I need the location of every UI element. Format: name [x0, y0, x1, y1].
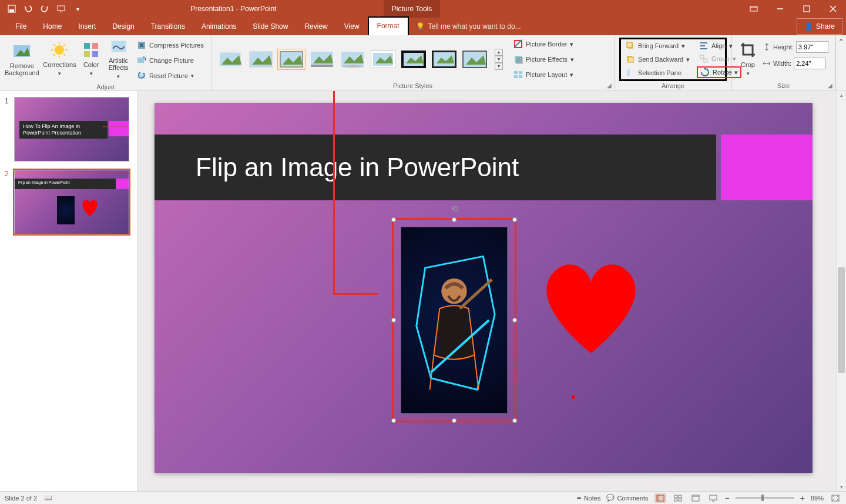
- svg-rect-42: [514, 71, 518, 74]
- tab-file[interactable]: File: [7, 18, 35, 35]
- minimize-button[interactable]: [767, 0, 793, 18]
- picture-style-7[interactable]: [400, 49, 428, 70]
- slide-thumbnail-panel: 1 How To Flip An Image in PowerPoint Pre…: [0, 91, 138, 491]
- svg-rect-68: [710, 495, 717, 500]
- rotation-handle[interactable]: ⟲: [451, 203, 458, 214]
- scroll-up-icon[interactable]: ▴: [837, 92, 846, 98]
- svg-rect-63: [674, 495, 677, 498]
- comments-button[interactable]: 💬Comments: [606, 494, 648, 502]
- styles-gallery-more[interactable]: ▾: [495, 63, 503, 70]
- tab-view[interactable]: View: [336, 18, 368, 35]
- ribbon-display-options-icon[interactable]: [740, 0, 767, 18]
- zoom-level[interactable]: 89%: [811, 495, 824, 502]
- crop-label: Crop: [741, 61, 755, 68]
- svg-rect-44: [514, 75, 518, 78]
- svg-rect-41: [516, 57, 523, 64]
- fit-to-window-button[interactable]: [830, 493, 841, 503]
- width-label: Width:: [773, 60, 791, 67]
- status-bar: Slide 2 of 2 📖 ≐Notes 💬Comments − + 89%: [0, 491, 846, 504]
- undo-icon[interactable]: [22, 3, 34, 15]
- height-input[interactable]: [796, 41, 828, 53]
- zoom-out-button[interactable]: −: [725, 493, 730, 503]
- send-backward-button[interactable]: Send Backward ▾: [623, 54, 692, 65]
- picture-effects-button[interactable]: Picture Effects ▾: [511, 53, 576, 66]
- red-dot: [572, 395, 575, 399]
- bring-forward-label: Bring Forward: [638, 42, 679, 49]
- align-label: Align: [711, 42, 726, 49]
- styles-scroll-up[interactable]: ▴: [495, 49, 503, 56]
- picture-styles-group-label: Picture Styles: [216, 81, 609, 89]
- change-picture-button[interactable]: Change Picture: [135, 54, 206, 67]
- svg-rect-50: [627, 69, 630, 76]
- slide-title: Flip an Image in PowerPoint: [196, 153, 519, 182]
- thumb2-title: Flip an Image in PowerPoint: [15, 179, 116, 189]
- styles-dialog-launcher[interactable]: ◢: [607, 82, 612, 89]
- zoom-in-button[interactable]: +: [800, 493, 805, 503]
- tab-design[interactable]: Design: [104, 18, 142, 35]
- picture-style-2[interactable]: [247, 49, 275, 70]
- slide-canvas-area[interactable]: Flip an Image in PowerPoint ⟲: [138, 91, 846, 491]
- svg-rect-8: [84, 43, 90, 49]
- picture-border-button[interactable]: Picture Border ▾: [511, 38, 576, 51]
- picture-style-9[interactable]: [461, 49, 489, 70]
- picture-style-6[interactable]: [369, 49, 397, 70]
- reset-picture-button[interactable]: Reset Picture ▾: [135, 69, 206, 82]
- qat-more-icon[interactable]: ▾: [72, 3, 83, 15]
- color-label: Color: [83, 61, 99, 68]
- tab-format[interactable]: Format: [368, 16, 409, 35]
- bring-forward-button[interactable]: Bring Forward ▾: [623, 41, 692, 52]
- tab-review[interactable]: Review: [296, 18, 335, 35]
- redo-icon[interactable]: [39, 3, 51, 15]
- picture-style-1[interactable]: [216, 49, 244, 70]
- close-button[interactable]: [820, 0, 846, 18]
- height-icon: [763, 43, 771, 51]
- picture-style-4[interactable]: [308, 49, 336, 70]
- selected-picture[interactable]: ⟲: [392, 218, 516, 422]
- notes-button[interactable]: ≐Notes: [576, 494, 601, 502]
- window-title: Presentation1 - PowerPoint: [83, 5, 384, 13]
- vertical-scrollbar[interactable]: ▴ ▾: [837, 91, 846, 491]
- slide-sorter-view-button[interactable]: [672, 493, 684, 503]
- title-bar: ▾ Presentation1 - PowerPoint Picture Too…: [0, 0, 846, 18]
- tab-transitions[interactable]: Transitions: [143, 18, 193, 35]
- color-button[interactable]: Color ▾: [80, 38, 102, 80]
- zoom-slider[interactable]: [736, 497, 794, 499]
- spellcheck-icon[interactable]: 📖: [44, 494, 52, 502]
- slide-thumbnail-2[interactable]: Flip an Image in PowerPoint: [14, 170, 129, 234]
- tab-insert[interactable]: Insert: [70, 18, 104, 35]
- start-slideshow-icon[interactable]: [55, 3, 67, 15]
- crop-button[interactable]: Crop ▾: [737, 38, 759, 80]
- picture-style-3[interactable]: [277, 49, 306, 70]
- slideshow-view-button[interactable]: [707, 493, 719, 503]
- group-button-label: Group: [711, 55, 730, 62]
- reading-view-button[interactable]: [690, 493, 701, 503]
- picture-style-5[interactable]: [338, 49, 367, 70]
- svg-rect-53: [704, 59, 707, 62]
- selection-pane-label: Selection Pane: [638, 69, 682, 76]
- tab-home[interactable]: Home: [35, 18, 70, 35]
- remove-background-button[interactable]: Remove Background: [5, 38, 39, 80]
- scroll-down-icon[interactable]: ▾: [837, 484, 846, 490]
- tell-me-input[interactable]: Tell me what you want to do...: [428, 22, 521, 31]
- tab-animations[interactable]: Animations: [193, 18, 244, 35]
- artistic-effects-button[interactable]: Artistic Effects ▾: [106, 38, 131, 80]
- maximize-button[interactable]: [793, 0, 820, 18]
- share-button[interactable]: 👤 Share: [797, 18, 842, 35]
- picture-style-8[interactable]: [430, 49, 458, 70]
- save-icon[interactable]: [6, 3, 18, 15]
- scroll-thumb[interactable]: [838, 267, 845, 373]
- styles-scroll-down[interactable]: ▾: [495, 56, 503, 63]
- tab-slideshow[interactable]: Slide Show: [244, 18, 296, 35]
- corrections-button[interactable]: Corrections ▾: [43, 38, 77, 80]
- compress-pictures-button[interactable]: Compress Pictures: [135, 39, 206, 52]
- size-dialog-launcher[interactable]: ◢: [828, 82, 832, 89]
- picture-layout-button[interactable]: Picture Layout ▾: [511, 68, 576, 81]
- artistic-effects-label: Artistic Effects: [106, 57, 131, 71]
- heart-shape[interactable]: [533, 257, 649, 357]
- collapse-ribbon-button[interactable]: ^: [835, 35, 846, 90]
- slide[interactable]: Flip an Image in PowerPoint ⟲: [155, 103, 813, 473]
- width-input[interactable]: [794, 58, 826, 69]
- selection-pane-button[interactable]: Selection Pane: [623, 67, 692, 78]
- slide-thumbnail-1[interactable]: How To Flip An Image in PowerPoint Prese…: [14, 97, 129, 162]
- normal-view-button[interactable]: [654, 493, 666, 503]
